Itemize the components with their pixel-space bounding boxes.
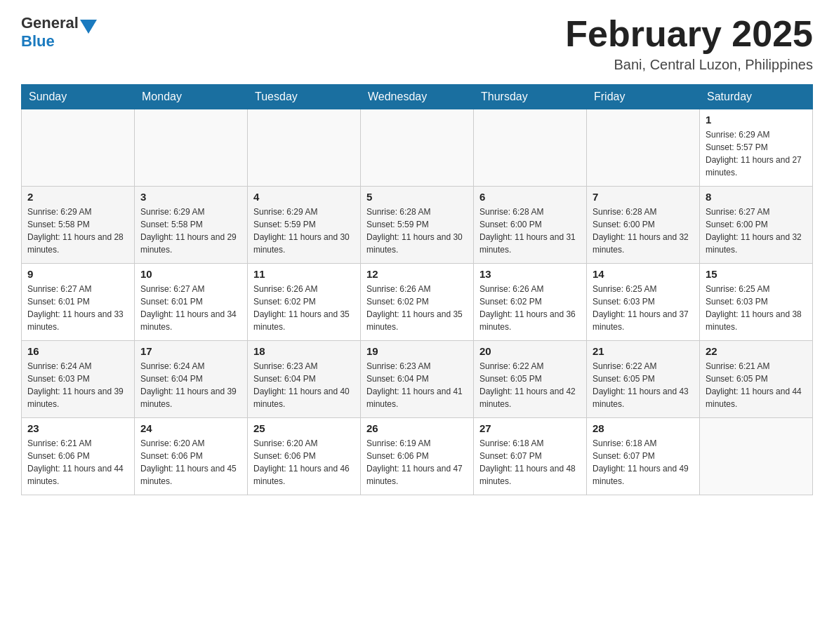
calendar-cell: 14Sunrise: 6:25 AMSunset: 6:03 PMDayligh… [587, 264, 700, 341]
day-number: 26 [366, 422, 468, 434]
day-number: 19 [366, 345, 468, 357]
day-number: 3 [140, 191, 241, 203]
calendar-cell [135, 109, 248, 187]
logo-triangle-icon [80, 20, 97, 34]
day-number: 22 [706, 345, 807, 357]
calendar-week-5: 23Sunrise: 6:21 AMSunset: 6:06 PMDayligh… [22, 418, 813, 495]
day-info: Sunrise: 6:23 AMSunset: 6:04 PMDaylight:… [253, 360, 355, 410]
title-area: February 2025 Bani, Central Luzon, Phili… [565, 14, 813, 73]
calendar-cell: 19Sunrise: 6:23 AMSunset: 6:04 PMDayligh… [361, 341, 474, 418]
calendar-cell: 2Sunrise: 6:29 AMSunset: 5:58 PMDaylight… [22, 187, 135, 264]
weekday-header-monday: Monday [135, 85, 248, 109]
day-info: Sunrise: 6:18 AMSunset: 6:07 PMDaylight:… [593, 437, 694, 488]
calendar-cell: 1Sunrise: 6:29 AMSunset: 5:57 PMDaylight… [700, 109, 813, 187]
day-number: 15 [706, 268, 807, 280]
calendar-cell: 22Sunrise: 6:21 AMSunset: 6:05 PMDayligh… [700, 341, 813, 418]
calendar-cell: 3Sunrise: 6:29 AMSunset: 5:58 PMDaylight… [135, 187, 248, 264]
day-number: 21 [593, 345, 694, 357]
day-info: Sunrise: 6:29 AMSunset: 5:59 PMDaylight:… [253, 206, 355, 256]
logo: General Blue [21, 14, 97, 51]
day-number: 5 [366, 191, 468, 203]
day-info: Sunrise: 6:23 AMSunset: 6:04 PMDaylight:… [366, 360, 468, 410]
day-info: Sunrise: 6:29 AMSunset: 5:58 PMDaylight:… [140, 206, 241, 256]
day-number: 23 [27, 422, 128, 434]
day-number: 24 [140, 422, 241, 434]
day-info: Sunrise: 6:20 AMSunset: 6:06 PMDaylight:… [253, 437, 355, 488]
day-info: Sunrise: 6:18 AMSunset: 6:07 PMDaylight:… [479, 437, 581, 488]
day-info: Sunrise: 6:21 AMSunset: 6:06 PMDaylight:… [27, 437, 128, 488]
day-info: Sunrise: 6:28 AMSunset: 5:59 PMDaylight:… [366, 206, 468, 256]
day-number: 10 [140, 268, 241, 280]
day-number: 16 [27, 345, 128, 357]
calendar-cell: 16Sunrise: 6:24 AMSunset: 6:03 PMDayligh… [22, 341, 135, 418]
calendar-cell: 7Sunrise: 6:28 AMSunset: 6:00 PMDaylight… [587, 187, 700, 264]
day-info: Sunrise: 6:29 AMSunset: 5:57 PMDaylight:… [706, 128, 807, 179]
calendar-cell [248, 109, 361, 187]
day-number: 28 [593, 422, 694, 434]
calendar-week-3: 9Sunrise: 6:27 AMSunset: 6:01 PMDaylight… [22, 264, 813, 341]
day-info: Sunrise: 6:25 AMSunset: 6:03 PMDaylight:… [706, 283, 807, 333]
calendar-week-4: 16Sunrise: 6:24 AMSunset: 6:03 PMDayligh… [22, 341, 813, 418]
day-info: Sunrise: 6:26 AMSunset: 6:02 PMDaylight:… [253, 283, 355, 333]
day-number: 11 [253, 268, 355, 280]
day-number: 4 [253, 191, 355, 203]
calendar-cell: 20Sunrise: 6:22 AMSunset: 6:05 PMDayligh… [474, 341, 587, 418]
day-info: Sunrise: 6:27 AMSunset: 6:01 PMDaylight:… [27, 283, 128, 333]
calendar-title: February 2025 [565, 14, 813, 54]
day-info: Sunrise: 6:28 AMSunset: 6:00 PMDaylight:… [593, 206, 694, 256]
calendar-subtitle: Bani, Central Luzon, Philippines [565, 57, 813, 73]
day-number: 20 [479, 345, 581, 357]
day-number: 6 [479, 191, 581, 203]
day-info: Sunrise: 6:28 AMSunset: 6:00 PMDaylight:… [479, 206, 581, 256]
day-info: Sunrise: 6:27 AMSunset: 6:01 PMDaylight:… [140, 283, 241, 333]
calendar-cell: 10Sunrise: 6:27 AMSunset: 6:01 PMDayligh… [135, 264, 248, 341]
weekday-header-tuesday: Tuesday [248, 85, 361, 109]
calendar-cell: 25Sunrise: 6:20 AMSunset: 6:06 PMDayligh… [248, 418, 361, 495]
day-info: Sunrise: 6:20 AMSunset: 6:06 PMDaylight:… [140, 437, 241, 488]
day-number: 9 [27, 268, 128, 280]
day-number: 17 [140, 345, 241, 357]
day-info: Sunrise: 6:29 AMSunset: 5:58 PMDaylight:… [27, 206, 128, 256]
day-number: 12 [366, 268, 468, 280]
calendar-cell: 28Sunrise: 6:18 AMSunset: 6:07 PMDayligh… [587, 418, 700, 495]
day-info: Sunrise: 6:25 AMSunset: 6:03 PMDaylight:… [593, 283, 694, 333]
calendar-table: SundayMondayTuesdayWednesdayThursdayFrid… [21, 84, 813, 495]
calendar-cell: 21Sunrise: 6:22 AMSunset: 6:05 PMDayligh… [587, 341, 700, 418]
calendar-cell: 17Sunrise: 6:24 AMSunset: 6:04 PMDayligh… [135, 341, 248, 418]
calendar-week-2: 2Sunrise: 6:29 AMSunset: 5:58 PMDaylight… [22, 187, 813, 264]
day-info: Sunrise: 6:24 AMSunset: 6:03 PMDaylight:… [27, 360, 128, 410]
weekday-header-row: SundayMondayTuesdayWednesdayThursdayFrid… [22, 85, 813, 109]
weekday-header-friday: Friday [587, 85, 700, 109]
calendar-cell: 24Sunrise: 6:20 AMSunset: 6:06 PMDayligh… [135, 418, 248, 495]
calendar-cell [474, 109, 587, 187]
calendar-cell: 6Sunrise: 6:28 AMSunset: 6:00 PMDaylight… [474, 187, 587, 264]
calendar-cell: 11Sunrise: 6:26 AMSunset: 6:02 PMDayligh… [248, 264, 361, 341]
day-number: 14 [593, 268, 694, 280]
day-info: Sunrise: 6:21 AMSunset: 6:05 PMDaylight:… [706, 360, 807, 410]
calendar-body: 1Sunrise: 6:29 AMSunset: 5:57 PMDaylight… [22, 109, 813, 495]
weekday-header-sunday: Sunday [22, 85, 135, 109]
day-number: 25 [253, 422, 355, 434]
calendar-cell: 27Sunrise: 6:18 AMSunset: 6:07 PMDayligh… [474, 418, 587, 495]
calendar-cell: 13Sunrise: 6:26 AMSunset: 6:02 PMDayligh… [474, 264, 587, 341]
calendar-cell: 5Sunrise: 6:28 AMSunset: 5:59 PMDaylight… [361, 187, 474, 264]
day-info: Sunrise: 6:22 AMSunset: 6:05 PMDaylight:… [593, 360, 694, 410]
day-info: Sunrise: 6:22 AMSunset: 6:05 PMDaylight:… [479, 360, 581, 410]
weekday-header-thursday: Thursday [474, 85, 587, 109]
calendar-cell [700, 418, 813, 495]
calendar-week-1: 1Sunrise: 6:29 AMSunset: 5:57 PMDaylight… [22, 109, 813, 187]
calendar-cell: 18Sunrise: 6:23 AMSunset: 6:04 PMDayligh… [248, 341, 361, 418]
weekday-header-saturday: Saturday [700, 85, 813, 109]
day-number: 27 [479, 422, 581, 434]
calendar-cell [22, 109, 135, 187]
day-number: 1 [706, 114, 807, 126]
day-info: Sunrise: 6:24 AMSunset: 6:04 PMDaylight:… [140, 360, 241, 410]
page-header: General Blue February 2025 Bani, Central… [21, 14, 813, 73]
logo-general-text: General [21, 14, 79, 32]
day-info: Sunrise: 6:26 AMSunset: 6:02 PMDaylight:… [479, 283, 581, 333]
calendar-cell: 9Sunrise: 6:27 AMSunset: 6:01 PMDaylight… [22, 264, 135, 341]
calendar-cell: 4Sunrise: 6:29 AMSunset: 5:59 PMDaylight… [248, 187, 361, 264]
calendar-cell: 26Sunrise: 6:19 AMSunset: 6:06 PMDayligh… [361, 418, 474, 495]
weekday-header-wednesday: Wednesday [361, 85, 474, 109]
day-info: Sunrise: 6:19 AMSunset: 6:06 PMDaylight:… [366, 437, 468, 488]
